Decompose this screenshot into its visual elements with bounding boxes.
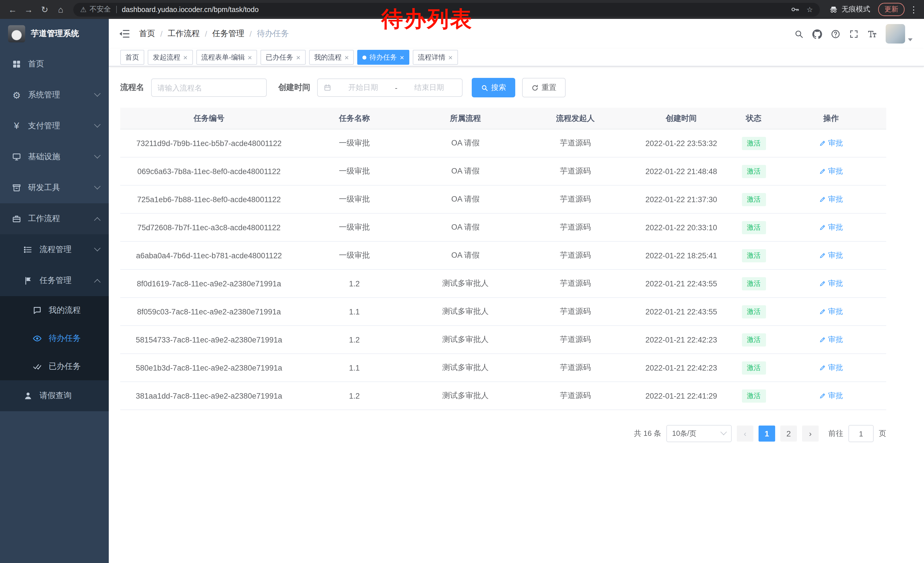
approve-link[interactable]: 审批 (819, 194, 843, 204)
page-content: 流程名 创建时间 开始日期 - 结束日期 搜索 重 (109, 66, 924, 563)
sidebar-item-home[interactable]: 首页 (0, 49, 109, 80)
cell-task-name: 一级审批 (298, 213, 411, 242)
home-button[interactable]: ⌂ (52, 2, 69, 17)
goto-page-input[interactable] (848, 425, 874, 442)
search-button[interactable]: 搜索 (472, 78, 515, 98)
sidebar-item-leave-query[interactable]: 请假查询 (0, 380, 109, 411)
close-icon[interactable]: × (248, 54, 252, 61)
approve-link[interactable]: 审批 (819, 335, 843, 345)
back-button[interactable]: ← (4, 2, 21, 17)
help-icon[interactable] (831, 29, 840, 39)
tab-my-processes[interactable]: 我的流程 × (309, 50, 354, 65)
table-row: 8f059c03-7ac8-11ec-a9e2-a2380e71991a 1.1… (120, 297, 886, 326)
sidebar-item-done-tasks[interactable]: 已办任务 (0, 352, 109, 380)
sidebar-item-devtools[interactable]: 研发工具 (0, 173, 109, 203)
table-row: 75d72608-7b7f-11ec-a3c8-acde48001122 一级审… (120, 213, 886, 242)
create-time-label: 创建时间 (278, 83, 310, 93)
sidebar-item-label: 任务管理 (39, 275, 72, 286)
cell-task-name: 1.1 (298, 354, 411, 382)
sidebar-item-process-management[interactable]: 流程管理 (0, 234, 109, 265)
bookmark-star-icon[interactable]: ☆ (807, 5, 813, 14)
fullscreen-icon[interactable] (849, 29, 859, 39)
approve-label: 审批 (828, 390, 843, 401)
key-icon[interactable] (790, 5, 800, 14)
date-range-picker[interactable]: 开始日期 - 结束日期 (317, 78, 463, 97)
approve-label: 审批 (828, 222, 843, 233)
status-badge: 激活 (742, 305, 766, 318)
edit-icon (819, 140, 826, 147)
forward-button[interactable]: → (21, 2, 37, 17)
sidebar-item-my-processes[interactable]: 我的流程 (0, 296, 109, 324)
browser-menu-icon[interactable]: ⋮ (908, 4, 920, 15)
close-icon[interactable]: × (400, 54, 404, 61)
tab-todo-tasks[interactable]: 待办任务 × (357, 50, 410, 65)
close-icon[interactable]: × (345, 54, 349, 61)
github-icon[interactable] (812, 29, 822, 39)
sidebar-item-payment[interactable]: ¥ 支付管理 (0, 111, 109, 141)
sidebar-collapse-icon[interactable] (118, 28, 130, 39)
warning-icon: ⚠ (80, 5, 87, 14)
close-icon[interactable]: × (183, 54, 188, 61)
approve-link[interactable]: 审批 (819, 306, 843, 317)
sidebar-item-infrastructure[interactable]: 基础设施 (0, 141, 109, 173)
cell-process: OA 请假 (411, 129, 520, 157)
avatar[interactable] (886, 24, 905, 44)
refresh-icon (531, 84, 539, 92)
next-page-button[interactable]: › (802, 426, 819, 441)
cell-created: 2022-01-21 22:42:23 (631, 354, 732, 382)
edit-icon (819, 336, 826, 343)
sidebar-item-label: 工作流程 (28, 214, 60, 224)
edit-icon (819, 392, 826, 399)
page-size-select[interactable]: 10条/页 (666, 425, 732, 442)
sidebar-item-task-management[interactable]: 任务管理 (0, 265, 109, 296)
cell-process: 测试多审批人 (411, 269, 520, 297)
edit-icon (819, 308, 826, 315)
cell-task-id: 580e1b3d-7ac8-11ec-a9e2-a2380e71991a (120, 354, 298, 382)
cell-created: 2022-01-21 22:41:29 (631, 382, 732, 410)
approve-link[interactable]: 审批 (819, 250, 843, 261)
approve-link[interactable]: 审批 (819, 278, 843, 289)
not-secure-warning: ⚠ 不安全 (80, 5, 111, 14)
header-bar: 首页 / 工作流程 / 任务管理 / 待办任务 (109, 19, 924, 49)
refresh-button[interactable]: ↻ (37, 2, 52, 17)
cell-created: 2022-01-22 23:53:32 (631, 129, 732, 157)
search-icon[interactable] (794, 29, 804, 39)
approve-link[interactable]: 审批 (819, 138, 843, 148)
sidebar-item-workflow[interactable]: 工作流程 (0, 203, 109, 234)
monitor-icon (12, 152, 22, 162)
approve-link[interactable]: 审批 (819, 166, 843, 176)
approve-label: 审批 (828, 335, 843, 345)
tab-process-form-edit[interactable]: 流程表单-编辑 × (196, 50, 257, 65)
close-icon[interactable]: × (296, 54, 300, 61)
page-2-button[interactable]: 2 (780, 426, 797, 441)
sidebar-item-system[interactable]: ⚙ 系统管理 (0, 80, 109, 111)
edit-icon (819, 196, 826, 203)
tab-done-tasks[interactable]: 已办任务 × (261, 50, 305, 65)
approve-link[interactable]: 审批 (819, 363, 843, 373)
user-menu[interactable] (886, 24, 912, 44)
app-logo[interactable]: 芋道管理系统 (0, 19, 109, 49)
process-name-input[interactable] (151, 78, 267, 97)
breadcrumb-separator: / (205, 29, 207, 38)
font-size-icon[interactable] (867, 29, 877, 39)
update-button[interactable]: 更新 (878, 3, 904, 16)
sidebar-item-todo-tasks[interactable]: 待办任务 (0, 324, 109, 352)
cell-task-name: 1.2 (298, 382, 411, 410)
cell-initiator: 芋道源码 (520, 242, 631, 269)
table-row: 381aa1dd-7ac8-11ec-a9e2-a2380e71991a 1.2… (120, 382, 886, 410)
tab-process-detail[interactable]: 流程详情 × (413, 50, 458, 65)
breadcrumb-home[interactable]: 首页 (139, 29, 155, 39)
prev-page-button[interactable]: ‹ (737, 426, 753, 441)
breadcrumb-separator: / (160, 29, 163, 38)
page-1-button[interactable]: 1 (759, 426, 775, 441)
approve-link[interactable]: 审批 (819, 390, 843, 401)
cell-initiator: 芋道源码 (520, 382, 631, 410)
tab-start-process[interactable]: 发起流程 × (148, 50, 193, 65)
table-row: 58154733-7ac8-11ec-a9e2-a2380e71991a 1.2… (120, 326, 886, 354)
reset-button[interactable]: 重置 (522, 78, 566, 98)
briefcase-icon (12, 214, 22, 224)
approve-link[interactable]: 审批 (819, 222, 843, 233)
close-icon[interactable]: × (448, 54, 453, 61)
cell-task-name: 一级审批 (298, 157, 411, 185)
tab-home[interactable]: 首页 (120, 50, 144, 65)
